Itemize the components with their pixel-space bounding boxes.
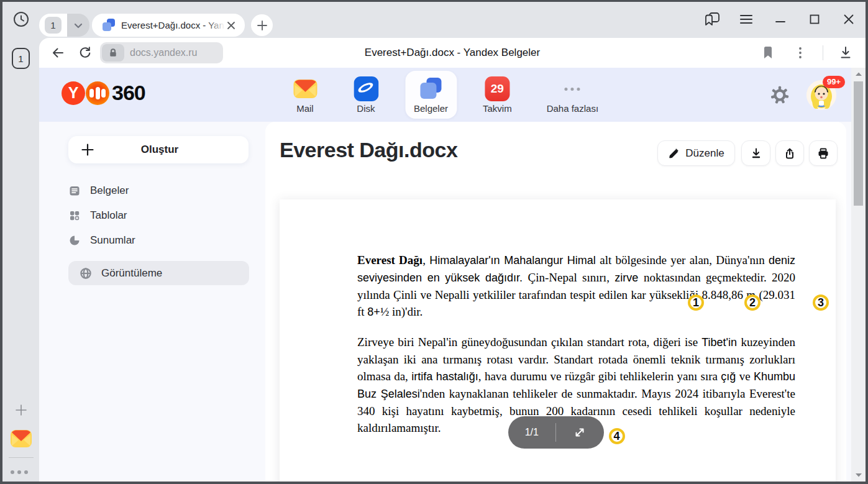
nav-item-belgeler[interactable]: Belgeler — [405, 71, 457, 119]
chevron-down-icon — [72, 19, 85, 32]
print-doc-button[interactable] — [809, 140, 838, 166]
yandex-docs-page: Y 360 Mail Disk — [39, 68, 851, 482]
ellipsis-icon — [565, 76, 580, 102]
close-window-button[interactable] — [839, 10, 858, 29]
tab-bar: 1 Everest+Dağı.docx - Yan — [2, 2, 866, 38]
history-clock-icon[interactable] — [12, 10, 30, 29]
settings-gear-icon[interactable] — [769, 84, 790, 106]
printer-icon — [817, 147, 829, 160]
nav-item-takvim[interactable]: 29 Takvim — [474, 71, 521, 119]
more-options-button[interactable] — [790, 43, 810, 63]
fullscreen-button[interactable] — [556, 426, 604, 439]
plus-icon — [257, 20, 268, 31]
download-arrow-icon — [839, 46, 852, 60]
annotation-badge-2: 2 — [744, 295, 761, 311]
sidebar-item-tablolar[interactable]: Tablolar — [68, 203, 249, 228]
docs-favicon-icon — [102, 19, 116, 32]
bookmark-flag-icon — [763, 47, 773, 59]
logo-360-text: 360 — [112, 81, 145, 105]
calendar-icon: 29 — [485, 76, 509, 102]
yandex360-header: Y 360 Mail Disk — [39, 68, 851, 122]
web-content: Y 360 Mail Disk — [39, 68, 866, 482]
tab-group[interactable]: 1 — [39, 14, 89, 37]
page-indicator-pill[interactable]: 1/1 — [508, 416, 604, 449]
downloads-button[interactable] — [836, 43, 856, 63]
nav-item-mail[interactable]: Mail — [283, 71, 327, 119]
toolbar-divider — [823, 45, 823, 60]
new-tab-button[interactable] — [251, 14, 273, 36]
browser-toolbar: docs.yandex.ru Everest+Dağı.docx - Yande… — [39, 38, 866, 68]
back-button[interactable] — [48, 43, 68, 63]
bookmark-button[interactable] — [758, 43, 778, 63]
doc-text: Everest Dağı, Himalayalar'ın Mahalangur … — [357, 252, 795, 436]
yandex360-logo[interactable]: Y 360 — [62, 81, 145, 105]
page-scrollbar[interactable] — [851, 68, 866, 482]
browser-window: 1 Everest+Dağı.docx - Yan — [2, 2, 866, 482]
mail-icon — [292, 76, 318, 102]
minimize-button[interactable] — [771, 10, 790, 29]
pie-chart-icon — [68, 234, 81, 247]
strip-more-button[interactable] — [11, 470, 28, 474]
download-doc-button[interactable] — [741, 140, 770, 166]
document-icon — [68, 185, 81, 197]
page-count: 1/1 — [508, 427, 556, 438]
tab-panel-tile[interactable]: 1 — [12, 48, 30, 69]
share-icon — [783, 147, 796, 160]
tab-close-icon[interactable] — [225, 19, 237, 32]
calendar-date-badge: 29 — [485, 76, 509, 101]
doc-paragraph: Everest Dağı, Himalayalar'ın Mahalangur … — [357, 252, 795, 321]
logo-y-icon: Y — [62, 81, 85, 105]
scrollbar-thumb[interactable] — [854, 81, 863, 206]
tab-group-count-chip: 1 — [45, 17, 62, 34]
mail-icon — [9, 427, 33, 450]
tab-group-expand-button[interactable] — [67, 14, 89, 37]
sidebar-item-belgeler[interactable]: Belgeler — [68, 178, 249, 203]
nav-item-disk[interactable]: Disk — [344, 71, 388, 119]
notification-badge: 99+ — [823, 76, 845, 88]
plus-icon — [14, 403, 28, 417]
app-nav: Mail Disk Belgeler — [283, 68, 607, 122]
yandex-mail-shortcut[interactable] — [9, 427, 33, 450]
address-bar[interactable]: docs.yandex.ru — [100, 42, 223, 63]
add-panel-button[interactable] — [13, 402, 29, 418]
edit-button[interactable]: Düzenle — [657, 140, 735, 166]
kebab-icon — [798, 47, 802, 59]
share-doc-button[interactable] — [775, 140, 804, 166]
nav-item-more[interactable]: Daha fazlası — [538, 71, 607, 119]
menu-button[interactable] — [737, 10, 756, 29]
reload-button[interactable] — [75, 43, 95, 63]
tab-group-count[interactable]: 1 — [39, 14, 67, 37]
scroll-up-arrow-icon[interactable] — [851, 71, 866, 76]
scroll-down-arrow-icon[interactable] — [851, 473, 866, 478]
page-title: Everest+Dağı.docx - Yandex Belgeler — [126, 47, 779, 59]
download-icon — [750, 147, 762, 160]
annotation-badge-4: 4 — [609, 428, 625, 444]
grid-icon — [68, 209, 81, 222]
logo-o-icon — [86, 81, 109, 105]
pencil-icon — [668, 148, 679, 159]
sidebar-item-goruntuleme[interactable]: Görüntüleme — [68, 261, 249, 285]
url-text: docs.yandex.ru — [130, 47, 198, 58]
hamburger-icon — [739, 14, 753, 25]
create-button[interactable]: Oluştur — [68, 136, 249, 163]
document-title: Everest Dağı.docx — [280, 138, 457, 162]
maximize-button[interactable] — [805, 10, 824, 29]
annotation-badge-3: 3 — [813, 295, 829, 311]
globe-icon — [80, 267, 92, 280]
expand-icon — [573, 426, 586, 439]
docs-sidebar: Oluştur Belgeler Tablolar — [39, 122, 265, 482]
active-tab[interactable]: Everest+Dağı.docx - Yan — [92, 14, 245, 37]
plus-icon — [81, 143, 94, 157]
disk-icon — [354, 76, 378, 102]
browser-side-strip: 1 — [2, 38, 39, 482]
docs-body: Oluştur Belgeler Tablolar — [39, 122, 851, 482]
doc-view-panel: Everest Dağı.docx Düzenle 1 — [265, 122, 846, 482]
side-panels-button[interactable] — [703, 10, 721, 29]
sidebar-item-sunumlar[interactable]: Sunumlar — [68, 228, 249, 253]
tab-title: Everest+Dağı.docx - Yan — [121, 20, 225, 30]
strip-divider — [9, 457, 34, 458]
annotation-badge-1: 1 — [688, 295, 704, 311]
lock-icon[interactable] — [102, 44, 124, 62]
docs-icon — [418, 76, 443, 102]
